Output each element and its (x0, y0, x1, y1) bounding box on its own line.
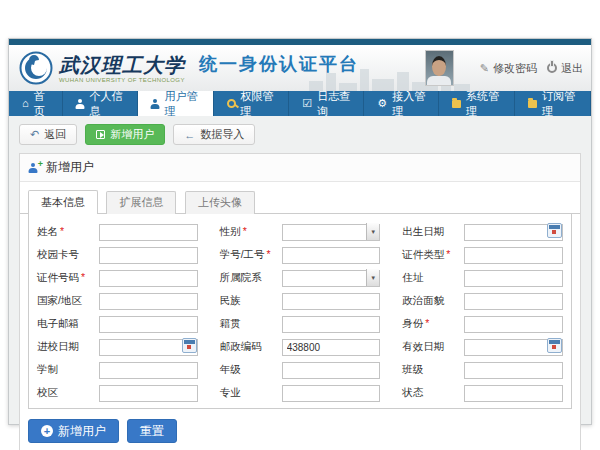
header-titles: 武汉理工大学 WUHAN UNIVERSITY OF TECHNOLOGY 统一… (59, 52, 359, 83)
field-name: 姓名* (37, 222, 198, 241)
new-user-icon (96, 130, 105, 139)
folder-icon (452, 100, 461, 108)
field-address: 住址 (402, 268, 563, 287)
folder-icon (528, 100, 537, 108)
calendar-icon[interactable] (547, 223, 562, 238)
field-class: 班级 (402, 360, 563, 379)
class-input[interactable] (464, 362, 563, 379)
field-label: 状态 (402, 386, 423, 398)
back-button[interactable]: ↶返回 (19, 124, 77, 145)
calendar-icon[interactable] (547, 338, 562, 353)
nav-tab-permission-management[interactable]: 权限管理 (214, 91, 290, 116)
field-student-id: 学号/工号* (220, 245, 381, 264)
major-input[interactable] (282, 385, 381, 402)
field-gender: 性别*▼ (220, 222, 381, 241)
field-postal-code: 邮政编码 (220, 337, 381, 356)
field-id-number: 证件号码* (37, 268, 198, 287)
field-campus-card: 校园卡号 (37, 245, 198, 264)
field-label: 国家/地区 (37, 294, 82, 306)
reset-button[interactable]: 重置 (127, 419, 177, 443)
gear-icon: ⚙ (377, 98, 387, 109)
nav-tab-user-management[interactable]: 用户管理 (138, 91, 213, 116)
calendar-icon[interactable] (182, 338, 197, 353)
add-user-label: 新增用户 (110, 127, 154, 142)
dropdown-arrow-icon[interactable]: ▼ (366, 269, 379, 286)
power-icon (547, 63, 557, 73)
field-label: 证件类型 (402, 248, 444, 260)
field-label: 姓名 (37, 225, 58, 237)
field-identity: 身份* (402, 314, 563, 333)
tab-basic-info[interactable]: 基本信息 (28, 190, 98, 214)
campus-input[interactable] (99, 385, 198, 402)
nav-tab-label: 首页 (34, 89, 50, 119)
field-campus: 校区 (37, 383, 198, 402)
data-import-button[interactable]: ←数据导入 (173, 124, 255, 145)
field-label: 证件号码 (37, 271, 79, 283)
address-input[interactable] (464, 270, 563, 287)
email-input[interactable] (99, 316, 198, 333)
tab-upload-avatar[interactable]: 上传头像 (185, 191, 255, 214)
change-password-link[interactable]: ✎ 修改密码 (480, 61, 537, 76)
field-email: 电子邮箱 (37, 314, 198, 333)
id-number-input[interactable] (99, 270, 198, 287)
dropdown-arrow-icon[interactable]: ▼ (366, 223, 379, 240)
field-country: 国家/地区 (37, 291, 198, 310)
header: 武汉理工大学 WUHAN UNIVERSITY OF TECHNOLOGY 统一… (9, 45, 591, 91)
basic-info-form: 姓名* 性别*▼ 出生日期 校园卡号 学号/工号* 证件类型* 证件号码* 所属… (28, 214, 572, 409)
university-logo (19, 51, 53, 89)
identity-input[interactable] (464, 316, 563, 333)
app-window: 武汉理工大学 WUHAN UNIVERSITY OF TECHNOLOGY 统一… (8, 38, 592, 425)
country-input[interactable] (99, 293, 198, 310)
key-icon (227, 98, 236, 109)
reset-label: 重置 (140, 423, 164, 440)
field-label: 身份 (402, 317, 423, 329)
nav-tab-label: 系统管理 (466, 89, 501, 119)
logout-link[interactable]: 退出 (547, 61, 583, 76)
field-label: 校园卡号 (37, 248, 79, 260)
field-grade: 年级 (220, 360, 381, 379)
id-type-input[interactable] (464, 247, 563, 264)
political-status-input[interactable] (464, 293, 563, 310)
status-input[interactable] (464, 385, 563, 402)
name-input[interactable] (99, 224, 198, 241)
nav-tab-home[interactable]: ⌂首页 (9, 91, 63, 116)
user-avatar[interactable] (425, 50, 454, 86)
required-mark: * (81, 271, 85, 283)
student-id-input[interactable] (282, 247, 381, 264)
nav-tab-log-query[interactable]: ☑日志查询 (289, 91, 364, 116)
nav-tab-system-management[interactable]: 系统管理 (439, 91, 515, 116)
pencil-icon: ✎ (480, 62, 489, 75)
ethnicity-input[interactable] (282, 293, 381, 310)
nav-tab-label: 个人信息 (89, 89, 124, 119)
education-length-input[interactable] (99, 362, 198, 379)
nav-tab-label: 订阅管理 (542, 89, 577, 119)
field-label: 进校日期 (37, 340, 79, 352)
plus-circle-icon: + (41, 425, 53, 437)
person-add-icon: + (28, 163, 38, 173)
field-label: 电子邮箱 (37, 317, 79, 329)
panel-header: + 新增用户 (20, 154, 580, 182)
field-label: 专业 (220, 386, 241, 398)
field-label: 民族 (220, 294, 241, 306)
field-entry-date: 进校日期 (37, 337, 198, 356)
nav-tab-label: 用户管理 (164, 89, 199, 119)
nav-tab-label: 日志查询 (317, 89, 350, 119)
nav-tab-access-management[interactable]: ⚙接入管理 (364, 91, 439, 116)
campus-card-input[interactable] (99, 247, 198, 264)
nav-tab-subscription-management[interactable]: 订阅管理 (515, 91, 591, 116)
back-label: 返回 (44, 127, 66, 142)
grade-input[interactable] (282, 362, 381, 379)
field-department: 所属院系▼ (220, 268, 381, 287)
field-birth-date: 出生日期 (402, 222, 563, 241)
submit-add-user-button[interactable]: +新增用户 (28, 419, 119, 443)
panel-tabs: 基本信息 扩展信息 上传头像 (20, 182, 580, 214)
field-label: 校区 (37, 386, 58, 398)
tab-extended-info[interactable]: 扩展信息 (106, 191, 176, 214)
field-status: 状态 (402, 383, 563, 402)
add-user-toolbar-button[interactable]: 新增用户 (85, 124, 165, 145)
required-mark: * (446, 248, 450, 260)
nav-tab-personal-info[interactable]: 个人信息 (63, 91, 138, 116)
postal-code-input[interactable] (282, 339, 381, 356)
native-place-input[interactable] (282, 316, 381, 333)
field-label: 住址 (402, 271, 423, 283)
